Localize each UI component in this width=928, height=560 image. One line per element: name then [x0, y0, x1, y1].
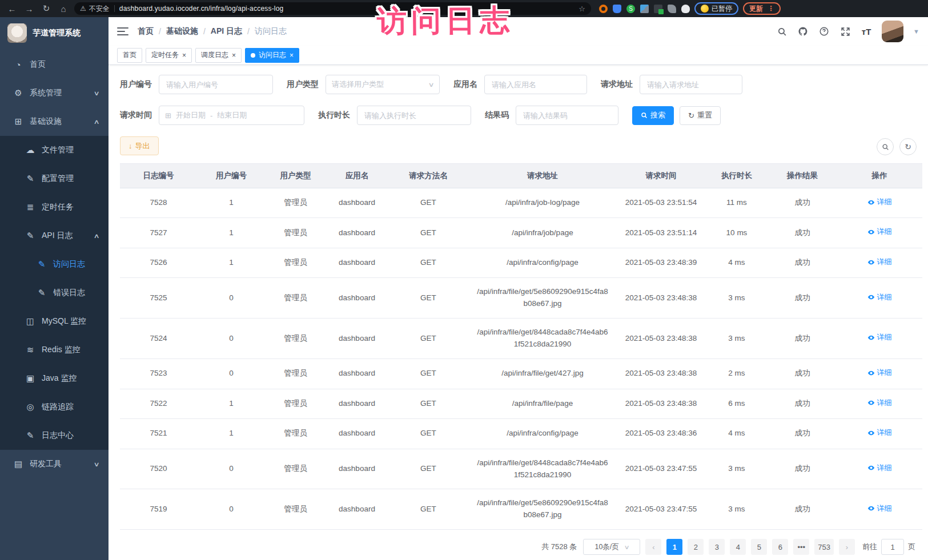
sidebar-item-system[interactable]: ⚙系统管理∨: [0, 79, 109, 107]
browser-update-button[interactable]: 更新 ⋮: [743, 2, 781, 15]
address-bar[interactable]: ⚠不安全 dashboard.yudao.iocoder.cn/infra/lo…: [74, 2, 591, 15]
sidebar-item-home[interactable]: ◔首页: [0, 50, 109, 79]
search-button[interactable]: 搜索: [632, 106, 674, 125]
column-header: 操作结果: [768, 164, 837, 188]
browser-reload-button[interactable]: ↻: [40, 3, 53, 14]
next-page-button[interactable]: ›: [839, 539, 855, 555]
browser-profile-chip[interactable]: 已暂停: [694, 2, 738, 15]
eye-icon: ◎: [24, 402, 37, 412]
cell-result: 成功: [768, 389, 837, 418]
page-button-6[interactable]: 6: [772, 539, 788, 555]
sidebar-item-java[interactable]: ▣Java 监控: [0, 364, 109, 393]
sidebar-item-infra[interactable]: ⊞基础设施∧: [0, 107, 109, 136]
more-pages-button[interactable]: •••: [793, 539, 809, 555]
sidebar-item-error-log[interactable]: ✎错误日志: [0, 279, 109, 307]
sidebar-item-file[interactable]: ☁文件管理: [0, 136, 109, 164]
duration-input[interactable]: [357, 106, 471, 125]
page-button-4[interactable]: 4: [730, 539, 746, 555]
breadcrumb-item[interactable]: 基础设施: [166, 26, 198, 37]
cell-user_type: 管理员: [266, 389, 326, 418]
sidebar-toggle-icon[interactable]: [117, 27, 128, 35]
browser-back-button[interactable]: ←: [6, 4, 18, 14]
user-avatar[interactable]: [882, 21, 903, 42]
browser-menu-icon[interactable]: ⋮: [768, 5, 774, 13]
detail-link[interactable]: 详细: [867, 462, 892, 474]
help-icon[interactable]: [818, 26, 830, 37]
browser-forward-button[interactable]: →: [23, 4, 35, 14]
bookmark-star-icon[interactable]: ☆: [579, 5, 585, 13]
extension-icon[interactable]: [654, 5, 662, 13]
cell-user_id: 1: [197, 188, 266, 218]
sidebar-item-job[interactable]: ≣定时任务: [0, 193, 109, 221]
sidebar-item-config[interactable]: ✎配置管理: [0, 164, 109, 193]
breadcrumb-item[interactable]: 首页: [138, 26, 154, 37]
page-button-5[interactable]: 5: [751, 539, 767, 555]
detail-link[interactable]: 详细: [867, 427, 892, 438]
page-button-753[interactable]: 753: [814, 539, 834, 555]
detail-link[interactable]: 详细: [867, 292, 892, 303]
tag-home[interactable]: 首页: [117, 48, 142, 63]
detail-link[interactable]: 详细: [867, 196, 892, 208]
goto-page-input[interactable]: [881, 539, 904, 555]
breadcrumb: 首页/基础设施/API 日志/访问日志: [138, 26, 287, 37]
tag-job-log[interactable]: 调度日志×: [195, 48, 242, 63]
extension-icon[interactable]: [640, 5, 649, 13]
detail-link[interactable]: 详细: [867, 332, 892, 343]
request-url-input[interactable]: [640, 75, 742, 94]
close-icon[interactable]: ×: [290, 51, 294, 59]
app-name-input[interactable]: [484, 75, 587, 94]
extension-icon[interactable]: [668, 5, 676, 13]
cell-duration: 3 ms: [705, 278, 768, 319]
tag-job[interactable]: 定时任务×: [146, 48, 192, 63]
extension-icon[interactable]: S: [626, 5, 635, 13]
sidebar-logo[interactable]: 芋道管理系统: [0, 17, 109, 49]
cell-method: GET: [388, 419, 468, 449]
sidebar-item-redis[interactable]: ≋Redis 监控: [0, 336, 109, 364]
security-warning[interactable]: ⚠不安全: [80, 4, 110, 14]
detail-link[interactable]: 详细: [867, 367, 892, 378]
page-button-2[interactable]: 2: [688, 539, 704, 555]
cell-time: 2021-05-03 23:51:54: [617, 188, 705, 218]
extensions-puzzle-icon[interactable]: [681, 5, 690, 13]
user-id-input[interactable]: [159, 75, 273, 94]
page-button-1[interactable]: 1: [666, 539, 682, 555]
close-icon[interactable]: ×: [182, 51, 186, 59]
tag-access-log[interactable]: 访问日志×: [245, 48, 299, 63]
breadcrumb-item[interactable]: API 日志: [211, 26, 242, 37]
user-type-select[interactable]: 请选择用户类型 ∨: [326, 75, 440, 94]
sidebar-item-log-center[interactable]: ✎日志中心: [0, 421, 109, 450]
sidebar-item-api-log[interactable]: ✎API 日志∧: [0, 221, 109, 250]
result-code-input[interactable]: [516, 106, 618, 125]
cell-url: /api/infra/file/get/5e8609290e915c4fa8b0…: [468, 489, 617, 530]
reset-button[interactable]: ↻ 重置: [680, 106, 721, 125]
duration-label: 执行时长: [318, 110, 350, 120]
extension-icon[interactable]: [599, 5, 608, 13]
cell-user_id: 0: [197, 278, 266, 319]
detail-label: 详细: [877, 462, 892, 474]
page-button-3[interactable]: 3: [709, 539, 725, 555]
sidebar-item-mysql[interactable]: ◫MySQL 监控: [0, 307, 109, 336]
extension-icon[interactable]: [613, 5, 621, 13]
font-size-icon[interactable]: ᴛT: [861, 26, 872, 37]
detail-link[interactable]: 详细: [867, 503, 892, 514]
close-icon[interactable]: ×: [232, 51, 236, 59]
github-icon[interactable]: [797, 26, 809, 37]
fullscreen-icon[interactable]: [839, 26, 851, 37]
component-icon: ⊞: [12, 116, 25, 127]
refresh-table-button[interactable]: ↻: [899, 138, 917, 155]
sidebar-item-dev-tools[interactable]: ▤研发工具∨: [0, 450, 109, 478]
request-time-range-picker[interactable]: ⊞ 开始日期 - 结束日期: [159, 106, 304, 125]
sidebar-item-trace[interactable]: ◎链路追踪: [0, 393, 109, 421]
sidebar-item-access-log[interactable]: ✎访问日志: [0, 250, 109, 279]
export-button[interactable]: ↓ 导出: [120, 136, 159, 155]
detail-link[interactable]: 详细: [867, 226, 892, 237]
chevron-down-icon[interactable]: ▼: [913, 28, 919, 35]
detail-link[interactable]: 详细: [867, 397, 892, 409]
toggle-search-button[interactable]: [877, 138, 894, 155]
search-icon[interactable]: [776, 26, 788, 37]
page-size-select[interactable]: 10条/页 ∨: [583, 539, 640, 555]
cell-id: 7527: [120, 218, 197, 248]
browser-home-button[interactable]: ⌂: [57, 4, 70, 14]
prev-page-button[interactable]: ‹: [645, 539, 661, 555]
detail-link[interactable]: 详细: [867, 256, 892, 268]
